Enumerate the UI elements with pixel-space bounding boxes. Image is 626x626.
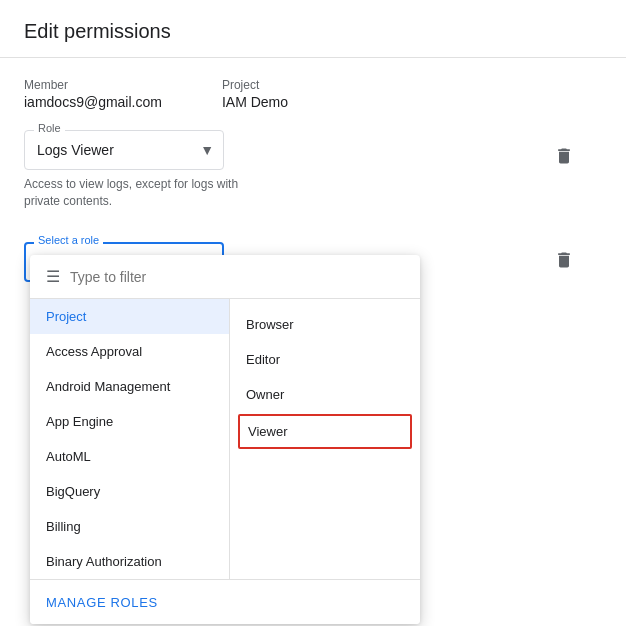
filter-input[interactable] [70, 269, 404, 285]
list-item[interactable]: App Engine [30, 404, 229, 439]
role-section: Role Logs Viewer ▼ Access to view logs, … [24, 130, 244, 210]
list-item[interactable]: Editor [230, 342, 420, 377]
list-item[interactable]: BigQuery [30, 474, 229, 509]
delete-second-role-button[interactable] [546, 242, 582, 283]
role-select[interactable]: Logs Viewer [24, 130, 224, 170]
list-item[interactable]: Owner [230, 377, 420, 412]
list-item[interactable]: Project [30, 299, 229, 334]
filter-row: ☰ [30, 255, 420, 299]
dropdown-body: Project Access Approval Android Manageme… [30, 299, 420, 579]
left-panel: Project Access Approval Android Manageme… [30, 299, 230, 579]
manage-roles-row: MANAGE ROLES [30, 579, 420, 624]
project-label: Project [222, 78, 288, 92]
role-label: Role [34, 122, 65, 134]
member-field: Member iamdocs9@gmail.com [24, 78, 162, 110]
project-field: Project IAM Demo [222, 78, 288, 110]
right-panel: Browser Editor Owner Viewer [230, 299, 420, 579]
role-dropdown: ☰ Project Access Approval Android Manage… [30, 255, 420, 624]
member-value: iamdocs9@gmail.com [24, 94, 162, 110]
select-role-label: Select a role [34, 234, 103, 246]
list-item[interactable]: AutoML [30, 439, 229, 474]
list-item[interactable]: Android Management [30, 369, 229, 404]
viewer-role-item[interactable]: Viewer [238, 414, 412, 449]
member-label: Member [24, 78, 162, 92]
page-title: Edit permissions [24, 20, 602, 43]
role-description: Access to view logs, except for logs wit… [24, 176, 244, 210]
delete-first-role-button[interactable] [546, 138, 582, 179]
list-item[interactable]: Binary Authorization [30, 544, 229, 579]
header: Edit permissions [0, 0, 626, 58]
filter-icon: ☰ [46, 267, 60, 286]
list-item[interactable]: Access Approval [30, 334, 229, 369]
page: Edit permissions Member iamdocs9@gmail.c… [0, 0, 626, 626]
role-select-container: Role Logs Viewer ▼ [24, 130, 224, 170]
trash-icon [554, 146, 574, 166]
trash-icon-2 [554, 250, 574, 270]
list-item[interactable]: Billing [30, 509, 229, 544]
project-value: IAM Demo [222, 94, 288, 110]
first-role-row: Role Logs Viewer ▼ Access to view logs, … [24, 130, 602, 226]
member-project-row: Member iamdocs9@gmail.com Project IAM De… [24, 78, 602, 110]
list-item[interactable]: Browser [230, 307, 420, 342]
manage-roles-link[interactable]: MANAGE ROLES [46, 595, 158, 610]
